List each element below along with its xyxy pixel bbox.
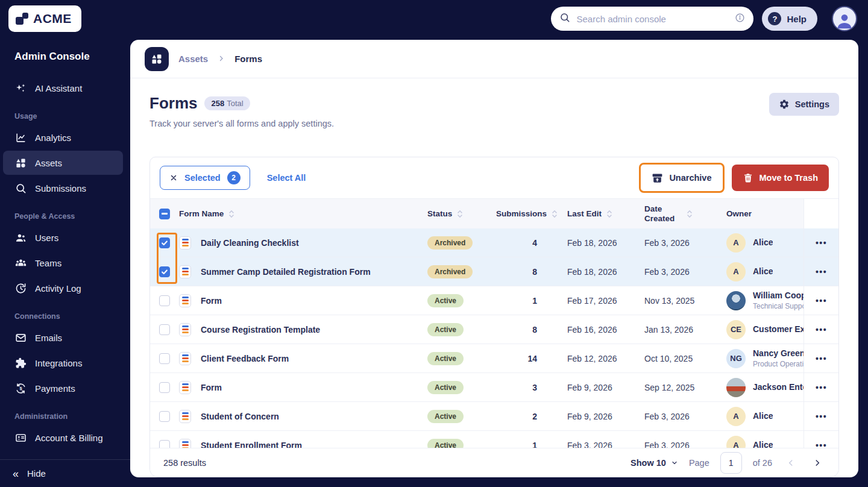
sort-icon[interactable]: [457, 209, 463, 219]
selected-filter-button[interactable]: Selected 2: [160, 166, 250, 190]
row-actions-menu[interactable]: •••: [816, 238, 827, 248]
status-badge: Active: [427, 381, 464, 394]
search-input[interactable]: [576, 14, 729, 24]
owner-name: Alice: [753, 237, 773, 247]
owner-cell: William CooperTechnical Support: [726, 291, 804, 311]
row-actions-menu[interactable]: •••: [816, 296, 827, 306]
row-actions-menu[interactable]: •••: [816, 267, 827, 277]
last-edit-date: Feb 18, 2026: [567, 238, 644, 248]
settings-button[interactable]: Settings: [769, 93, 839, 116]
status-badge: Active: [427, 294, 464, 307]
form-icon: [179, 265, 191, 278]
sidebar-item-analytics[interactable]: Analytics: [3, 125, 123, 149]
admin-search[interactable]: [551, 7, 753, 31]
table-row: Course Registration TemplateActive8Feb 1…: [150, 315, 838, 344]
row-actions-menu[interactable]: •••: [816, 325, 827, 335]
form-name[interactable]: Form: [201, 296, 222, 306]
highlight-unarchive: Unarchive: [639, 163, 724, 193]
row-actions-menu[interactable]: •••: [816, 412, 827, 421]
help-button[interactable]: ? Help: [762, 7, 817, 31]
form-name[interactable]: Student of Concern: [201, 412, 279, 421]
owner-name: Customer Experience: [753, 324, 804, 334]
sort-icon[interactable]: [687, 209, 693, 219]
forms-table-panel: Selected 2 Select All Unarchive Move to …: [149, 157, 839, 477]
row-checkbox[interactable]: [159, 237, 170, 248]
sidebar-item-submissions[interactable]: Submissions: [3, 176, 123, 200]
row-checkbox[interactable]: [159, 266, 170, 277]
page-size-select[interactable]: Show 10: [631, 458, 678, 468]
assets-icon: [14, 157, 27, 169]
form-name[interactable]: Course Registration Template: [201, 325, 320, 335]
sidebar-section-label: People & Access: [0, 212, 130, 221]
row-checkbox[interactable]: [159, 411, 170, 422]
sidebar-item-payments[interactable]: $Payments: [3, 376, 123, 400]
breadcrumb-assets-link[interactable]: Assets: [178, 54, 208, 64]
form-name[interactable]: Daily Cleaning Checklist: [201, 238, 299, 248]
row-checkbox[interactable]: [159, 295, 170, 306]
sidebar-item-users[interactable]: Users: [3, 225, 123, 250]
row-checkbox[interactable]: [159, 382, 170, 393]
row-checkbox[interactable]: [159, 353, 170, 364]
sidebar-item-activity-log[interactable]: Activity Log: [3, 276, 123, 300]
sidebar-item-assets[interactable]: Assets: [3, 151, 123, 175]
owner-name: Jackson Enterprises: [753, 382, 804, 392]
status-badge: Archived: [427, 265, 473, 278]
chevron-down-icon: [671, 459, 678, 467]
status-badge: Active: [427, 410, 464, 423]
next-page-button[interactable]: [810, 455, 825, 471]
last-edit-date: Feb 16, 2026: [567, 325, 644, 335]
unarchive-button[interactable]: Unarchive: [642, 166, 721, 190]
owner-cell: AAlice: [726, 407, 804, 426]
sort-icon[interactable]: [228, 209, 234, 219]
sidebar-item-ai-assistant[interactable]: AI Assistant: [3, 76, 123, 100]
svg-text:$: $: [19, 386, 22, 391]
person-icon: [834, 11, 855, 30]
page-number-input[interactable]: [720, 452, 742, 474]
row-checkbox[interactable]: [159, 324, 170, 335]
form-name[interactable]: Client Feedback Form: [201, 354, 289, 363]
last-edit-date: Feb 12, 2026: [567, 354, 644, 363]
total-count-badge: 258Total: [204, 96, 250, 110]
sort-icon[interactable]: [606, 209, 612, 219]
form-name[interactable]: Summer Camp Detailed Registration Form: [201, 267, 371, 277]
question-icon: ?: [768, 12, 781, 25]
select-all-checkbox[interactable]: [159, 209, 170, 219]
sidebar-item-account-billing[interactable]: Account & Billing: [3, 426, 123, 450]
owner-avatar: [726, 378, 746, 397]
prev-page-button[interactable]: [783, 455, 799, 471]
form-icon: [179, 294, 191, 307]
top-bar: ACME ? Help: [0, 0, 868, 37]
activity-icon: [14, 282, 27, 294]
row-actions-menu[interactable]: •••: [816, 383, 827, 392]
sidebar-section-label: Usage: [0, 112, 130, 121]
owner-avatar: NG: [726, 349, 746, 368]
owner-cell: Jackson Enterprises: [726, 378, 804, 397]
acme-logo[interactable]: ACME: [8, 5, 81, 32]
sort-icon[interactable]: [552, 209, 558, 219]
form-icon: [179, 410, 191, 423]
sidebar-hide-button[interactable]: « Hide: [0, 459, 130, 487]
sidebar-item-teams[interactable]: Teams: [3, 251, 123, 275]
sidebar-item-integrations[interactable]: Integrations: [3, 351, 123, 375]
page-header: Forms 258Total Track your server's all f…: [130, 78, 858, 128]
sidebar-title: Admin Console: [0, 51, 130, 63]
date-created: Feb 3, 2026: [644, 267, 726, 277]
results-count: 258 results: [163, 458, 206, 468]
table-row: FormActive1Feb 17, 2026Nov 13, 2025Willi…: [150, 286, 838, 315]
submissions-count: 1: [496, 296, 567, 306]
move-to-trash-button[interactable]: Move to Trash: [732, 165, 829, 191]
row-actions-menu[interactable]: •••: [816, 354, 827, 363]
table-toolbar: Selected 2 Select All Unarchive Move to …: [150, 157, 838, 198]
form-name[interactable]: Form: [201, 383, 222, 392]
submissions-count: 14: [496, 354, 567, 363]
date-created: Oct 10, 2025: [644, 354, 726, 363]
info-icon[interactable]: [735, 13, 745, 25]
user-avatar[interactable]: [832, 6, 857, 31]
sidebar-item-emails[interactable]: Emails: [3, 325, 123, 350]
select-all-button[interactable]: Select All: [267, 173, 306, 183]
owner-subtitle: Product Operations: [753, 360, 804, 368]
owner-avatar: A: [726, 233, 746, 253]
last-edit-date: Feb 9, 2026: [567, 412, 644, 421]
mail-icon: [14, 331, 27, 344]
submissions-count: 8: [496, 325, 567, 335]
